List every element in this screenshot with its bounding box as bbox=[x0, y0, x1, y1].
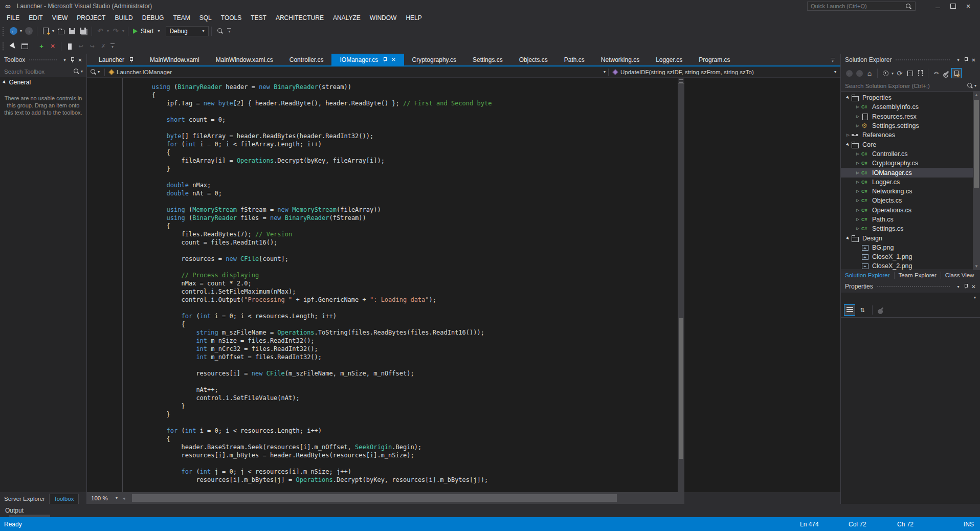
toolbar-overflow-button[interactable] bbox=[109, 41, 116, 52]
add-item-button[interactable] bbox=[36, 41, 47, 52]
collapsed-triangle-icon[interactable]: ▷ bbox=[855, 217, 861, 222]
expanded-triangle-icon[interactable]: ▶ bbox=[845, 236, 851, 240]
undo-dropdown-icon[interactable]: ▾ bbox=[106, 29, 110, 33]
save-button[interactable] bbox=[66, 26, 78, 37]
tab-logger-cs[interactable]: Logger.cs bbox=[648, 54, 691, 65]
panel-tab-toolbox[interactable]: Toolbox bbox=[49, 494, 79, 504]
refresh-button[interactable] bbox=[895, 68, 905, 78]
tab-launcher[interactable]: Launcher bbox=[91, 54, 142, 65]
close-button[interactable]: ✕ bbox=[961, 1, 976, 11]
collapsed-triangle-icon[interactable]: ▷ bbox=[855, 152, 861, 156]
next-bookmark-button[interactable]: ↪ bbox=[86, 41, 98, 52]
properties-object-combobox[interactable]: ▾ bbox=[841, 293, 980, 302]
collapsed-triangle-icon[interactable]: ▷ bbox=[855, 180, 861, 184]
search-dropdown-icon[interactable]: ▾ bbox=[80, 69, 84, 74]
solution-configuration-combobox[interactable]: Debug ▾ bbox=[166, 26, 209, 36]
open-file-button[interactable] bbox=[55, 26, 66, 37]
tree-item-settings-cs[interactable]: ▷Settings.cs bbox=[841, 224, 980, 233]
solution-explorer-search-box[interactable]: Search Solution Explorer (Ctrl+;) ▾ bbox=[841, 80, 980, 92]
tree-item-assemblyinfo-cs[interactable]: ▷AssemblyInfo.cs bbox=[841, 102, 980, 112]
window-position-dropdown-icon[interactable]: ▾ bbox=[954, 283, 962, 291]
pending-changes-filter-button[interactable] bbox=[880, 68, 890, 78]
collapsed-triangle-icon[interactable]: ▷ bbox=[855, 105, 861, 109]
view-code-button[interactable] bbox=[931, 68, 941, 78]
undo-button[interactable]: ↶ bbox=[95, 26, 106, 37]
expanded-triangle-icon[interactable]: ▶ bbox=[845, 96, 851, 100]
code-editor[interactable]: using (BinaryReader header = new BinaryR… bbox=[87, 78, 678, 492]
tree-item-references[interactable]: ▷References bbox=[841, 130, 980, 140]
menu-window[interactable]: WINDOW bbox=[365, 13, 402, 23]
split-window-grip[interactable] bbox=[678, 78, 684, 84]
tab-iomanager-cs[interactable]: IOManager.cs✕ bbox=[331, 54, 404, 65]
menu-architecture[interactable]: ARCHITECTURE bbox=[271, 13, 328, 23]
scroll-left-arrow-icon[interactable]: ◂ bbox=[121, 496, 127, 501]
collapse-all-button[interactable] bbox=[905, 68, 915, 78]
collapsed-triangle-icon[interactable]: ▷ bbox=[855, 208, 861, 212]
collapsed-triangle-icon[interactable]: ▷ bbox=[855, 115, 861, 119]
menu-test[interactable]: TEST bbox=[246, 13, 271, 23]
search-dropdown-icon[interactable]: ▾ bbox=[973, 83, 977, 88]
tab-controller-cs[interactable]: Controller.cs bbox=[281, 54, 332, 65]
close-icon[interactable]: ✕ bbox=[76, 56, 84, 64]
new-file-button[interactable] bbox=[40, 26, 51, 37]
tree-item-iomanager-cs[interactable]: ▷IOManager.cs bbox=[841, 168, 980, 177]
tree-item-bg-png[interactable]: BG.png bbox=[841, 243, 980, 252]
tree-item-networking-cs[interactable]: ▷Networking.cs bbox=[841, 187, 980, 196]
editor-horizontal-scrollbar[interactable]: ◂ bbox=[121, 492, 684, 504]
solution-explorer-header[interactable]: Solution Explorer ▾ ✕ bbox=[841, 54, 980, 66]
tree-item-core[interactable]: ▶Core bbox=[841, 140, 980, 149]
tab-networking-cs[interactable]: Networking.cs bbox=[593, 54, 648, 65]
collapsed-triangle-icon[interactable]: ▷ bbox=[855, 198, 861, 203]
tree-item-resources-resx[interactable]: ▷Resources.resx bbox=[841, 112, 980, 121]
tree-item-design[interactable]: ▶Design bbox=[841, 233, 980, 242]
tree-item-closex-2-png[interactable]: CloseX_2.png bbox=[841, 261, 980, 270]
back-button[interactable]: ← bbox=[844, 68, 854, 78]
menu-debug[interactable]: DEBUG bbox=[138, 13, 169, 23]
tree-item-controller-cs[interactable]: ▷Controller.cs bbox=[841, 149, 980, 159]
pin-icon[interactable] bbox=[383, 57, 387, 63]
tree-item-closex-1-png[interactable]: CloseX_1.png bbox=[841, 252, 980, 261]
toolbar-grip[interactable] bbox=[2, 27, 5, 36]
member-dropdown[interactable]: UpdateIDF(string szIDF, string szFrom, s… bbox=[610, 67, 840, 77]
tree-item-path-cs[interactable]: ▷Path.cs bbox=[841, 215, 980, 224]
editor-vertical-scrollbar[interactable] bbox=[678, 78, 684, 492]
menu-sql[interactable]: SQL bbox=[195, 13, 216, 23]
tree-scrollbar[interactable]: ▲ ▼ bbox=[973, 92, 980, 270]
type-dropdown[interactable]: Launcher.IOManager ▾ bbox=[106, 67, 607, 77]
editor-zoom-combobox[interactable]: 100 % ▾ bbox=[87, 492, 121, 504]
new-file-dropdown-icon[interactable]: ▾ bbox=[51, 29, 55, 33]
maximize-button[interactable] bbox=[945, 1, 961, 11]
save-all-button[interactable] bbox=[78, 26, 89, 37]
toolbar-grip[interactable] bbox=[2, 42, 5, 51]
tree-item-settings-settings[interactable]: ▷Settings.settings bbox=[841, 121, 980, 130]
start-debug-button[interactable]: Start ▾ bbox=[131, 26, 163, 37]
tab-cryptography-cs[interactable]: Cryptography.cs bbox=[404, 54, 464, 65]
minimize-button[interactable] bbox=[930, 1, 945, 11]
menu-analyze[interactable]: ANALYZE bbox=[328, 13, 365, 23]
property-pages-button[interactable] bbox=[875, 304, 886, 316]
menu-build[interactable]: BUILD bbox=[110, 13, 137, 23]
toolbar-overflow-button[interactable] bbox=[226, 26, 233, 37]
remove-item-button[interactable] bbox=[47, 41, 58, 52]
vertical-scrollbar-thumb[interactable] bbox=[679, 318, 683, 459]
tab-mainwindow-xaml[interactable]: MainWindow.xaml bbox=[142, 54, 208, 65]
home-button[interactable] bbox=[864, 68, 875, 78]
show-all-files-button[interactable] bbox=[915, 68, 925, 78]
filter-dropdown-icon[interactable]: ▾ bbox=[890, 71, 895, 76]
menu-tools[interactable]: TOOLS bbox=[216, 13, 246, 23]
menu-team[interactable]: TEAM bbox=[168, 13, 194, 23]
collapsed-triangle-icon[interactable]: ▷ bbox=[855, 124, 861, 128]
collapsed-triangle-icon[interactable]: ▷ bbox=[845, 133, 851, 137]
panel-tab-team-explorer[interactable]: Team Explorer bbox=[895, 272, 941, 278]
close-icon[interactable]: ✕ bbox=[970, 56, 977, 64]
scroll-up-arrow-icon[interactable]: ▲ bbox=[973, 93, 980, 97]
tab-path-cs[interactable]: Path.cs bbox=[556, 54, 593, 65]
tab-program-cs[interactable]: Program.cs bbox=[691, 54, 738, 65]
menu-file[interactable]: FILE bbox=[2, 13, 24, 23]
tree-item-cryptography-cs[interactable]: ▷Cryptography.cs bbox=[841, 159, 980, 168]
redo-button[interactable]: ↷ bbox=[110, 26, 121, 37]
previous-bookmark-button[interactable]: ↩ bbox=[75, 41, 86, 52]
tree-item-operations-cs[interactable]: ▷Operations.cs bbox=[841, 206, 980, 215]
menu-view[interactable]: VIEW bbox=[48, 13, 73, 23]
scroll-down-arrow-icon[interactable]: ▼ bbox=[973, 264, 980, 269]
